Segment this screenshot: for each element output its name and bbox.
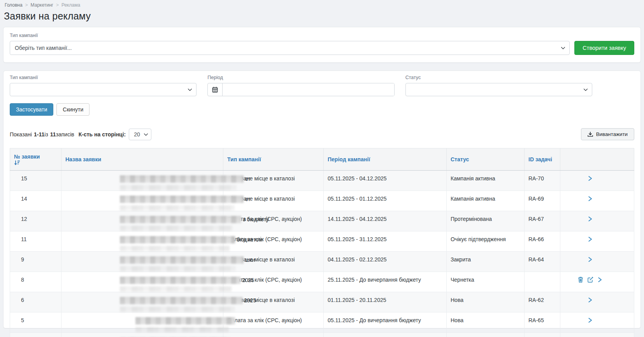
request-name: ет <box>61 171 223 191</box>
col-header-status[interactable]: Статус <box>447 148 525 171</box>
page-title: Заявки на рекламу <box>4 11 641 22</box>
per-page-value: 20 <box>134 131 140 138</box>
open-request-button[interactable] <box>597 277 602 283</box>
campaign-period: 01.11.2025 - 20.11.2025 <box>324 292 447 312</box>
campaign-type-select-value: Оберіть тип кампанії... <box>15 45 72 51</box>
redacted-name <box>120 297 242 304</box>
create-request-button[interactable]: Створити заявку <box>574 41 634 55</box>
col-header-request-number[interactable]: № заявки <box>10 148 61 171</box>
redacted-name <box>120 216 241 223</box>
request-number: 12 <box>10 211 61 231</box>
request-name: з бюджету <box>61 211 223 231</box>
open-request-button[interactable] <box>588 196 593 202</box>
create-panel: Тип кампанії Оберіть тип кампанії... Ств… <box>3 27 641 63</box>
request-name: 2025 <box>61 292 223 312</box>
filter-status-label: Статус <box>405 75 592 80</box>
request-name: шки <box>61 252 223 272</box>
task-id: RA-66 <box>525 231 560 252</box>
breadcrumb-separator: > <box>25 2 28 8</box>
requests-panel: Тип кампанії Період <box>3 71 641 328</box>
task-id: RA-70 <box>525 171 560 191</box>
records-word: записів <box>56 131 74 138</box>
shown-prefix: Показані <box>10 131 32 138</box>
calendar-icon <box>208 83 223 96</box>
table-header-row: № заявки Назва заявки Тип кампанії Періо… <box>10 148 634 171</box>
table-row: 12 з бюджету Оплата за клік (CPC, аукціо… <box>10 211 634 231</box>
request-name <box>61 312 223 333</box>
task-id: RA-61 <box>525 333 560 337</box>
open-request-button[interactable] <box>588 236 593 242</box>
apply-filters-button[interactable]: Застосувати <box>10 103 53 116</box>
request-name: 2025 <box>61 272 223 292</box>
task-id: RA-69 <box>525 191 560 211</box>
breadcrumb-separator: > <box>56 2 59 8</box>
breadcrumb-marketing[interactable]: Маркетинг <box>31 2 53 8</box>
table-row: 6 2025 Фіксоване місце в каталозі 01.11.… <box>10 292 634 312</box>
edit-request-button[interactable] <box>587 277 593 283</box>
campaign-type: Оплата за клік (CPC, аукціон) <box>223 231 324 252</box>
period-input[interactable] <box>223 83 394 96</box>
open-request-button[interactable] <box>588 175 593 182</box>
per-page-select[interactable]: 20 <box>129 129 151 140</box>
filters: Тип кампанії Період <box>10 75 634 96</box>
table-row: 8 2025 Оплата за клік (CPC, аукціон) 25.… <box>10 272 634 292</box>
request-name: бюджетом <box>61 231 223 252</box>
task-id: RA-62 <box>525 292 560 312</box>
status: Нова <box>447 292 525 312</box>
status: Кампанія активна <box>447 171 525 191</box>
sort-amount-icon <box>14 160 57 166</box>
request-number: 14 <box>10 191 61 211</box>
request-number: 9 <box>10 252 61 272</box>
campaign-period: 05.11.2025 - 31.12.2025 <box>324 231 447 252</box>
redacted-name <box>120 277 240 284</box>
request-number: 15 <box>10 171 61 191</box>
campaign-period: 14.11.2025 - 04.12.2025 <box>324 211 447 231</box>
status: Закрита <box>447 252 525 272</box>
open-request-button[interactable] <box>588 317 593 323</box>
chevron-down-icon <box>144 131 148 136</box>
of-word: із <box>44 131 48 138</box>
requests-table: № заявки Назва заявки Тип кампанії Періо… <box>10 148 634 337</box>
list-controls: Показані 1-11 із 11 записів К-сть на сто… <box>10 128 634 140</box>
campaign-type-select[interactable]: Оберіть тип кампанії... <box>10 41 570 55</box>
campaign-period: 04.11.2025 - 02.12.2025 <box>324 252 447 272</box>
reset-filters-button[interactable]: Скинути <box>56 103 89 116</box>
breadcrumb: Головна>Маркетинг>Реклама <box>3 0 641 8</box>
filter-period-label: Період <box>207 75 394 80</box>
page: Головна>Маркетинг>Реклама Заявки на рекл… <box>0 0 644 328</box>
status: Нова <box>447 333 525 337</box>
filter-type-select[interactable] <box>10 83 197 96</box>
col-header-request-name[interactable]: Назва заявки <box>61 148 223 171</box>
export-button-label: Вивантажити <box>596 131 628 137</box>
chevron-down-icon <box>583 87 588 91</box>
campaign-period: 05.11.2025 - 04.12.2025 <box>324 171 447 191</box>
records-summary: Показані 1-11 із 11 записів К-сть на сто… <box>10 129 151 140</box>
total-count: 11 <box>50 131 56 138</box>
col-header-campaign-type[interactable]: Тип кампанії <box>223 148 324 171</box>
table-row: 9 шки Фіксоване місце в каталозі 04.11.2… <box>10 252 634 272</box>
open-request-button[interactable] <box>588 216 593 222</box>
campaign-type-label: Тип кампанії <box>10 33 634 38</box>
campaign-period: 24.10.2025 - 22.11.2025 <box>324 333 447 337</box>
status: Чернетка <box>447 272 525 292</box>
breadcrumb-current: Реклама <box>61 2 80 8</box>
request-number: 6 <box>10 292 61 312</box>
status: Нова <box>447 312 525 333</box>
redacted-name <box>120 196 244 203</box>
filter-status-select[interactable] <box>405 83 592 96</box>
open-request-button[interactable] <box>588 256 593 263</box>
request-name: 20205 <box>61 333 223 337</box>
table-row: 14 ет Фіксоване місце в каталозі 05.11.2… <box>10 191 634 211</box>
redacted-name <box>120 256 244 264</box>
col-header-task-id[interactable]: ID задачі <box>525 148 560 171</box>
campaign-type: Оплата за клік (CPC, аукціон) <box>223 333 324 337</box>
campaign-period: 05.11.2025 - До вичерпання бюджету <box>324 312 447 333</box>
table-row: 5 Оплата за клік (CPC, аукціон) 05.11.20… <box>10 312 634 333</box>
open-request-button[interactable] <box>588 297 593 303</box>
delete-request-button[interactable] <box>578 277 583 283</box>
table-row: 15 ет Фіксоване місце в каталозі 05.11.2… <box>10 171 634 191</box>
col-header-campaign-period[interactable]: Період кампанії <box>324 148 447 171</box>
redacted-name <box>135 317 235 325</box>
export-button[interactable]: Вивантажити <box>581 128 634 140</box>
breadcrumb-home[interactable]: Головна <box>5 2 23 8</box>
